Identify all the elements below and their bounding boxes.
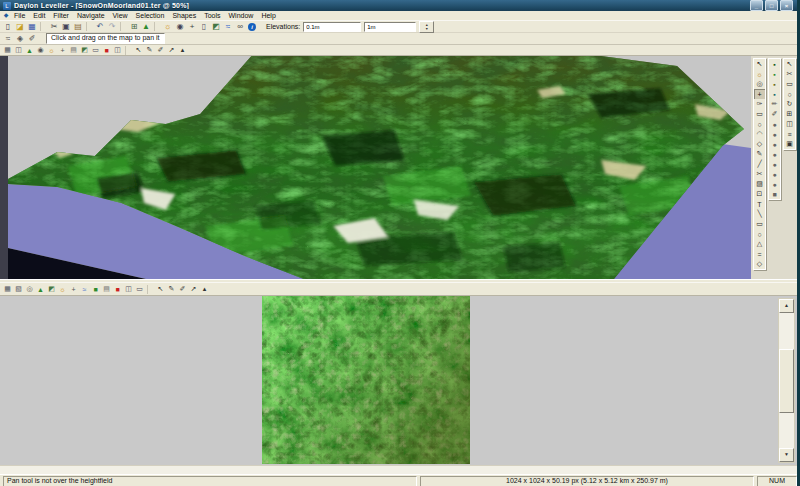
spinner-down-icon[interactable]: ▾ <box>426 27 428 31</box>
brush-size-2[interactable]: ● <box>769 129 780 139</box>
menu-window[interactable]: Window <box>224 11 257 20</box>
align-icon[interactable]: ≡ <box>784 129 795 139</box>
polygon-select-icon[interactable]: ◇ <box>754 139 765 149</box>
lasso-icon[interactable]: ◠ <box>754 129 765 139</box>
fill-icon[interactable]: ▣ <box>784 139 795 149</box>
camera-icon[interactable]: ◉ <box>174 22 186 32</box>
layers-icon[interactable]: ▧ <box>13 284 24 294</box>
circle-icon[interactable]: ○ <box>784 89 795 99</box>
panes-icon[interactable]: ◫ <box>112 45 123 55</box>
copy-icon[interactable]: ▣ <box>60 22 72 32</box>
brush-size-4[interactable]: ● <box>769 149 780 159</box>
orbit-icon[interactable]: ◈ <box>14 34 26 44</box>
sun-icon[interactable]: ☼ <box>57 284 68 294</box>
heightfield-icon[interactable]: ▲ <box>140 22 152 32</box>
stamp-icon[interactable]: ⊡ <box>754 189 765 199</box>
pencil-brush-icon[interactable]: ✏ <box>769 99 780 109</box>
pen-icon[interactable]: ✐ <box>26 34 38 44</box>
water-icon[interactable]: ≈ <box>79 284 90 294</box>
rect-select-icon[interactable]: ▭ <box>754 109 765 119</box>
brush-chip-dark-icon[interactable]: ▪ <box>769 59 780 69</box>
cursor-icon[interactable]: ↖ <box>133 45 144 55</box>
vector-icon[interactable]: ↗ <box>188 284 199 294</box>
redo-icon[interactable]: ↷ <box>106 22 118 32</box>
new-icon[interactable]: ▯ <box>2 22 14 32</box>
menu-help[interactable]: Help <box>257 11 279 20</box>
grid-icon[interactable]: ▦ <box>2 45 13 55</box>
zoom-tool-icon[interactable]: ◎ <box>754 79 765 89</box>
draw-icon[interactable]: ✎ <box>166 284 177 294</box>
menu-navigate[interactable]: Navigate <box>73 11 109 20</box>
mirror-icon[interactable]: ◫ <box>784 119 795 129</box>
undo-icon[interactable]: ↶ <box>94 22 106 32</box>
brush-size-1[interactable]: ● <box>769 119 780 129</box>
viewport-3d-canvas[interactable] <box>0 56 751 279</box>
brush-chip-green-icon[interactable]: ▪ <box>769 69 780 79</box>
light-tool-icon[interactable]: ☼ <box>754 69 765 79</box>
line-tool-icon[interactable]: ╱ <box>754 159 765 169</box>
vertical-scrollbar[interactable]: ▲ ▼ <box>778 298 795 463</box>
resize-icon[interactable]: ⊞ <box>128 22 140 32</box>
shade-icon[interactable]: ◩ <box>46 284 57 294</box>
paste-icon[interactable]: ▤ <box>72 22 84 32</box>
terrain-icon[interactable]: ▲ <box>24 45 35 55</box>
rotate-icon[interactable]: ↻ <box>784 99 795 109</box>
texture-icon[interactable]: ▤ <box>101 284 112 294</box>
rect-icon[interactable]: ▭ <box>784 79 795 89</box>
wand-icon[interactable]: ✎ <box>754 149 765 159</box>
window-icon[interactable]: ◫ <box>13 45 24 55</box>
elevation-unit-input[interactable] <box>364 22 416 32</box>
ellipse-select-icon[interactable]: ○ <box>754 119 765 129</box>
vector-icon[interactable]: ↗ <box>166 45 177 55</box>
brush-chip-teal-icon[interactable]: ▪ <box>769 89 780 99</box>
flag-icon[interactable]: ▴ <box>199 284 210 294</box>
menu-view[interactable]: View <box>109 11 132 20</box>
light-icon[interactable]: ☼ <box>162 22 174 32</box>
target-icon[interactable]: ◎ <box>24 284 35 294</box>
close-button[interactable]: × <box>780 0 793 11</box>
scroll-up-icon[interactable]: ▲ <box>779 299 794 313</box>
horizontal-scrollbar-track[interactable] <box>0 465 800 474</box>
scrollbar-thumb[interactable] <box>779 349 794 413</box>
restore-button[interactable]: □ <box>765 0 778 11</box>
elevation-spinner[interactable]: ▴ ▾ <box>419 21 434 33</box>
grid-icon[interactable]: ▦ <box>2 284 13 294</box>
cursor-icon[interactable]: ↖ <box>155 284 166 294</box>
panes-icon[interactable]: ◫ <box>123 284 134 294</box>
menu-file[interactable]: File <box>10 11 29 20</box>
rect-shape-icon[interactable]: ▭ <box>754 219 765 229</box>
link-icon[interactable]: + <box>68 284 79 294</box>
pointer-icon[interactable]: ↖ <box>784 59 795 69</box>
plane-icon[interactable]: ▭ <box>90 45 101 55</box>
sun-icon[interactable]: ☼ <box>46 45 57 55</box>
brush-size-3[interactable]: ● <box>769 139 780 149</box>
water-level-icon[interactable]: ≈ <box>222 22 234 32</box>
stop-icon[interactable]: ■ <box>101 45 112 55</box>
move-icon[interactable]: ◇ <box>754 259 765 269</box>
flag-icon[interactable]: ▴ <box>177 45 188 55</box>
menu-shapes[interactable]: Shapes <box>168 11 200 20</box>
info-icon[interactable]: i <box>248 23 256 31</box>
infinity-icon[interactable]: ∞ <box>234 22 246 32</box>
title-bar[interactable]: L Daylon Leveller - [SnowOnMoorland01.te… <box>0 0 800 11</box>
brush-size-5[interactable]: ● <box>769 159 780 169</box>
brush-size-7[interactable]: ● <box>769 179 780 189</box>
ruler-icon[interactable]: = <box>754 249 765 259</box>
brush-chip-olive-icon[interactable]: ▪ <box>769 79 780 89</box>
stop-icon[interactable]: ■ <box>112 284 123 294</box>
circle-shape-icon[interactable]: ○ <box>754 229 765 239</box>
grid-snap-icon[interactable]: ⊞ <box>784 109 795 119</box>
scissors-icon[interactable]: ✂ <box>784 69 795 79</box>
terrain-icon[interactable]: ▲ <box>35 284 46 294</box>
pen-brush-icon[interactable]: ✐ <box>769 109 780 119</box>
brush-size-6[interactable]: ● <box>769 169 780 179</box>
scroll-down-icon[interactable]: ▼ <box>779 448 794 462</box>
menu-edit[interactable]: Edit <box>29 11 49 20</box>
render-icon[interactable]: ◩ <box>210 22 222 32</box>
pencil-icon[interactable]: ✐ <box>155 45 166 55</box>
menu-filter[interactable]: Filter <box>49 11 73 20</box>
draw-icon[interactable]: ✎ <box>144 45 155 55</box>
hatch-icon[interactable]: ▨ <box>754 179 765 189</box>
knife-icon[interactable]: ✂ <box>754 169 765 179</box>
link-icon[interactable]: + <box>57 45 68 55</box>
